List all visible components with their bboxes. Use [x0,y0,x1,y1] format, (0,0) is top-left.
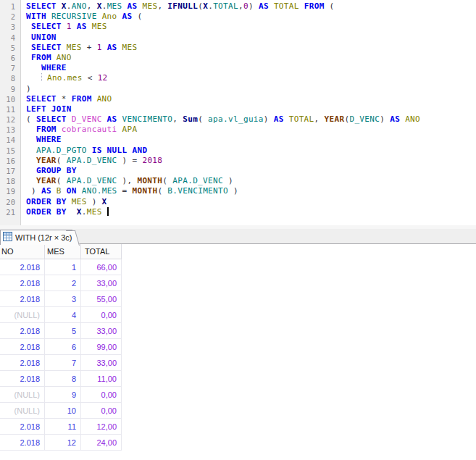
grid-cell[interactable]: (NULL) [0,307,45,323]
grid-cell[interactable]: 7 [45,355,81,371]
line-number: 18 [0,176,21,186]
code-text: Ano.mes < 12 [26,73,108,83]
grid-cell[interactable]: (NULL) [0,403,45,419]
column-header[interactable]: TOTAL [81,244,122,259]
line-number: 14 [0,135,21,145]
code-line[interactable]: 18 YEAR( APA.D_VENC ), MONTH( APA.D_VENC… [0,176,476,186]
code-text: YEAR( APA.D_VENC ), MONTH( APA.D_VENC ) [26,176,233,186]
grid-cell[interactable]: 2.018 [0,419,45,435]
grid-cell[interactable]: 2.018 [0,275,45,291]
grid-cell[interactable]: 10 [45,403,81,419]
code-line[interactable]: 5 SELECT MES + 1 AS MES [0,43,476,53]
code-text: FROM cobrancauti APA [26,125,137,135]
code-text: LEFT JOIN [26,104,72,114]
code-line[interactable]: 10SELECT * FROM ANO [0,94,476,104]
code-line[interactable]: 2WITH RECURSIVE Ano AS ( [0,12,476,22]
grid-cell[interactable]: 12,00 [81,419,122,435]
line-number: 17 [0,166,21,176]
code-line[interactable]: 3 SELECT 1 AS MES [0,22,476,32]
text-caret [107,207,109,216]
code-text: UNION [26,33,57,43]
grid-cell[interactable]: 33,00 [81,275,122,291]
grid-cell[interactable]: 4 [45,307,81,323]
grid-cell[interactable]: 2.018 [0,259,45,275]
code-text: ORDER BY X.MES [26,207,109,217]
line-number: 10 [0,94,21,104]
grid-cell[interactable]: 0,00 [81,387,122,403]
grid-cell[interactable]: 2.018 [0,435,45,451]
grid-cell[interactable]: 55,00 [81,291,122,307]
result-grid-icon [3,231,12,244]
line-number: 8 [0,73,21,83]
grid-cell[interactable]: 2.018 [0,291,45,307]
grid-cell[interactable]: 2 [45,275,81,291]
grid-cell[interactable]: 33,00 [81,323,122,339]
grid-cell[interactable]: 11 [45,419,81,435]
code-text: APA.D_PGTO IS NULL AND [26,146,147,156]
code-text: ) [26,84,31,94]
line-number: 4 [0,33,21,43]
code-text: GROUP BY [26,166,77,176]
line-number: 9 [0,84,21,94]
code-text: SELECT * FROM ANO [26,94,112,104]
code-line[interactable]: 4 UNION [0,33,476,43]
code-line[interactable]: 21ORDER BY X.MES [0,207,476,217]
grid-cell[interactable]: 24,00 [81,435,122,451]
grid-cell[interactable]: 3 [45,291,81,307]
code-line[interactable]: 8 Ano.mes < 12 [0,73,476,83]
code-line[interactable]: 7 WHERE [0,63,476,73]
grid-cell[interactable]: (NULL) [0,387,45,403]
line-number: 5 [0,43,21,53]
grid-cell[interactable]: 6 [45,339,81,355]
code-text: SELECT MES + 1 AS MES [26,43,137,53]
grid-cell[interactable]: 1 [45,259,81,275]
code-text: ( SELECT D_VENC AS VENCIMENTO, Sum( apa.… [26,114,420,125]
code-line[interactable]: 15 APA.D_PGTO IS NULL AND [0,146,476,156]
code-text: WHERE [26,135,62,145]
grid-cell[interactable]: 2.018 [0,323,45,339]
grid-cell[interactable]: 5 [45,323,81,339]
grid-cell[interactable]: 2.018 [0,371,45,387]
code-text: YEAR( APA.D_VENC ) = 2018 [26,156,162,166]
code-line[interactable]: 12( SELECT D_VENC AS VENCIMENTO, Sum( ap… [0,114,476,125]
grid-cell[interactable]: 2.018 [0,355,45,371]
sql-editor[interactable]: 1SELECT X.ANO, X.MES AS MES, IFNULL(X.TO… [0,0,476,225]
code-line[interactable]: 13 FROM cobrancauti APA [0,125,476,135]
column-header[interactable]: MES [45,244,81,259]
grid-cell[interactable]: 99,00 [81,339,122,355]
line-number: 19 [0,186,21,196]
line-number: 20 [0,197,21,207]
code-line[interactable]: 16 YEAR( APA.D_VENC ) = 2018 [0,156,476,166]
grid-cell[interactable]: 66,00 [81,259,122,275]
code-line[interactable]: 20ORDER BY MES ) X [0,197,476,207]
grid-cell[interactable]: 9 [45,387,81,403]
result-tab[interactable]: WITH (12r × 3c) [0,230,72,245]
result-grid[interactable]: NOMESTOTAL2.018166,002.018233,002.018355… [0,244,122,451]
grid-cell[interactable]: 8 [45,371,81,387]
line-number: 2 [0,12,21,22]
grid-cell[interactable]: 2.018 [0,339,45,355]
result-grid-area: NOMESTOTAL2.018166,002.018233,002.018355… [0,244,476,451]
code-line[interactable]: 19 ) AS B ON ANO.MES = MONTH( B.VENCIMEN… [0,186,476,196]
code-line[interactable]: 14 WHERE [0,135,476,145]
grid-cell[interactable]: 0,00 [81,307,122,323]
code-line[interactable]: 9) [0,84,476,94]
column-header[interactable]: NO [0,244,45,259]
code-line[interactable]: 11LEFT JOIN [0,104,476,114]
code-line[interactable]: 1SELECT X.ANO, X.MES AS MES, IFNULL(X.TO… [0,1,476,12]
sql-query-window: 1SELECT X.ANO, X.MES AS MES, IFNULL(X.TO… [0,0,476,460]
line-number: 11 [0,104,21,114]
grid-cell[interactable]: 12 [45,435,81,451]
code-line[interactable]: 6 FROM ANO [0,53,476,63]
grid-cell[interactable]: 33,00 [81,355,122,371]
line-number: 7 [0,63,21,73]
grid-cell[interactable]: 0,00 [81,403,122,419]
line-number: 12 [0,114,21,125]
code-text: SELECT X.ANO, X.MES AS MES, IFNULL(X.TOT… [26,1,335,12]
sql-code-area[interactable]: 1SELECT X.ANO, X.MES AS MES, IFNULL(X.TO… [0,1,476,217]
code-text: WITH RECURSIVE Ano AS ( [26,12,142,22]
code-line[interactable]: 17 GROUP BY [0,166,476,176]
grid-cell[interactable]: 11,00 [81,371,122,387]
line-number: 1 [0,1,21,12]
line-number: 15 [0,146,21,156]
